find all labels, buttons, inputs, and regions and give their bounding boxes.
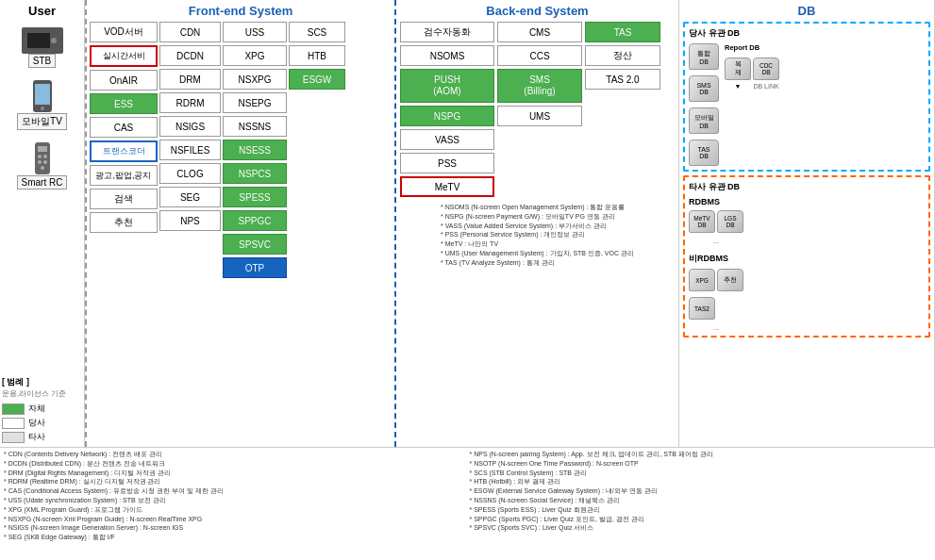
db-rdbms-more: ... <box>689 237 743 245</box>
fe-vod[interactable]: VOD서버 <box>90 22 158 42</box>
notes-col1: * CDN (Contents Delivery Network) : 컨텐츠 … <box>4 450 466 558</box>
fe-nps[interactable]: NPS <box>159 210 221 231</box>
db-backup-col: 복제 ▼ <box>725 58 751 90</box>
fe-recommend[interactable]: 추천 <box>90 212 158 233</box>
bottom-notes: * CDN (Contents Delivery Network) : 컨텐츠 … <box>0 447 935 560</box>
fe-rdrm[interactable]: RDRM <box>159 92 221 113</box>
fe-nsepg[interactable]: NSEPG <box>223 92 287 113</box>
fe-ad[interactable]: 광고,팝업,공지 <box>90 165 158 186</box>
user-section: User STB <box>0 0 85 447</box>
db-metv-cyl: MeTVDB <box>689 210 715 233</box>
stb-label: STB <box>28 54 56 68</box>
db-other-label: 타사 유관 DB <box>689 181 925 193</box>
be-pss[interactable]: PSS <box>400 153 494 173</box>
be-col2: CMS CCS SMS(Billing) UMS <box>497 22 582 197</box>
note-nsotp: * NSOTP (N-screen One Time Password) : N… <box>470 459 932 469</box>
svg-rect-4 <box>35 84 50 105</box>
db-mobile-row: 모바일DB <box>689 107 719 134</box>
be-nspg[interactable]: NSPG <box>400 106 494 126</box>
be-ums[interactable]: UMS <box>497 106 582 126</box>
fe-scs[interactable]: SCS <box>289 22 345 42</box>
fe-col1: VOD서버 실시간서비 OnAIR ESS CAS 트랜스코더 광고,팝업,공지… <box>90 22 158 278</box>
note-cas: * CAS (Conditional Access System) : 유료방송… <box>4 486 466 496</box>
be-col1: 검수자동화 NSOMS PUSH(AOM) NSPG VASS PSS MeTV <box>400 22 494 197</box>
db-cdc-cylinder: CDCDB <box>753 58 779 80</box>
note-htb: * HTB (Hotbill) : 외부 결제 관리 <box>470 477 932 486</box>
be-ccs[interactable]: CCS <box>497 45 582 66</box>
fe-spsvc[interactable]: SPSVC <box>223 234 287 255</box>
svg-point-8 <box>38 155 42 158</box>
be-tas[interactable]: TAS <box>585 22 660 42</box>
fe-realtime[interactable]: 실시간서비 <box>90 45 158 67</box>
fe-ess[interactable]: ESS <box>90 93 158 114</box>
db-nonrdbms-label: 비RDBMS <box>689 253 743 265</box>
db-nonrdbms-row2: TAS2 <box>689 297 743 320</box>
db-own-label: 당사 유관 DB <box>689 27 925 40</box>
db-sms-cylinder: SMSDB <box>689 75 719 102</box>
fe-spess[interactable]: SPESS <box>223 187 287 207</box>
fe-htb[interactable]: HTB <box>289 45 345 66</box>
be-nsoms[interactable]: NSOMS <box>400 45 494 66</box>
be-push[interactable]: PUSH(AOM) <box>400 69 494 103</box>
be-cms[interactable]: CMS <box>497 22 582 42</box>
be-settlement[interactable]: 정산 <box>585 45 660 66</box>
legend-item-2: 타사 <box>2 431 82 443</box>
fe-drm[interactable]: DRM <box>159 69 221 90</box>
fe-nsess[interactable]: NSESS <box>223 140 287 160</box>
note-sppgc: * SPPGC (Sports PGC) : Liver Quiz 포인트, 발… <box>470 515 932 524</box>
fe-nsxpg[interactable]: NSXPG <box>223 69 287 90</box>
db-own-content: 통합DB SMSDB 모바일DB TASDB <box>689 43 925 166</box>
db-rdbms-row: MeTVDB LGSDB <box>689 210 743 233</box>
note-esgw: * ESGW (External Service Gateway System)… <box>470 486 932 496</box>
backend-title: Back-end System <box>486 4 588 18</box>
fe-dcdn[interactable]: DCDN <box>159 45 221 66</box>
fe-nspcs[interactable]: NSPCS <box>223 163 287 184</box>
db-tas2-cyl: TAS2 <box>689 297 715 320</box>
svg-point-5 <box>41 107 44 110</box>
be-sms[interactable]: SMS(Billing) <box>497 69 582 103</box>
legend-subtitle: 운용,라이선스 기준 <box>2 388 82 399</box>
legend-item-1: 당사 <box>2 417 82 429</box>
report-db-title: Report DB <box>725 43 779 52</box>
fe-nssns[interactable]: NSSNS <box>223 116 287 137</box>
legend-label-0: 자체 <box>28 403 45 415</box>
fe-seg[interactable]: SEG <box>159 187 221 207</box>
svg-point-10 <box>38 160 42 164</box>
note-drm: * DRM (Digital Rights Management) : 디지털 … <box>4 469 466 478</box>
fe-col3: USS XPG NSXPG NSEPG NSSNS NSESS NSPCS SP… <box>223 22 287 278</box>
note-nsigs: * NSIGS (N-screen Image Generation Serve… <box>4 523 466 533</box>
legend-color-0 <box>2 404 25 415</box>
page-layout: User STB <box>0 0 935 560</box>
be-metv[interactable]: MeTV <box>400 176 494 197</box>
fe-cdn[interactable]: CDN <box>159 22 221 42</box>
note-seg: * SEG (SKB Edge Gateway) : 통합 I/F <box>4 533 466 542</box>
legend-label-1: 당사 <box>28 417 45 429</box>
fe-cas[interactable]: CAS <box>90 117 158 138</box>
fe-col4: SCS HTB ESGW <box>289 22 345 278</box>
be-inspection[interactable]: 검수자동화 <box>400 22 494 42</box>
db-other-left: RDBMS MeTVDB LGSDB ... 비RDBMS XPG 추천 <box>689 197 743 332</box>
db-inner: 당사 유관 DB 통합DB SMSDB 모바일DB <box>683 22 930 338</box>
fe-nsigs[interactable]: NSIGS <box>159 116 221 137</box>
note-dcdn: * DCDN (Distributed CDN) : 분산 컨텐츠 전송 네트워… <box>4 459 466 469</box>
fe-xpg[interactable]: XPG <box>223 45 287 66</box>
backend-grid: 검수자동화 NSOMS PUSH(AOM) NSPG VASS PSS MeTV… <box>400 22 675 197</box>
be-vass[interactable]: VASS <box>400 129 494 150</box>
fe-sppgc[interactable]: SPPGC <box>223 210 287 231</box>
fe-otp[interactable]: OTP <box>223 257 287 278</box>
db-tong-row: 통합DB <box>689 43 719 70</box>
be-tas2[interactable]: TAS 2.0 <box>585 69 660 90</box>
notes-col2: * NPS (N-screen pairing System) : App. 보… <box>470 450 932 558</box>
db-backup-label: ▼ <box>735 83 742 90</box>
fe-search[interactable]: 검색 <box>90 189 158 209</box>
db-xpg-cyl: XPG <box>689 269 715 291</box>
db-backup-cylinder: 복제 <box>725 58 751 80</box>
fe-esgw[interactable]: ESGW <box>289 69 345 90</box>
fe-clog[interactable]: CLOG <box>159 163 221 184</box>
note-scs: * SCS (STB Control System) : STB 관리 <box>470 469 932 478</box>
fe-nsfiles[interactable]: NSFILES <box>159 140 221 160</box>
fe-transcoder[interactable]: 트랜스코더 <box>90 140 158 162</box>
fe-uss[interactable]: USS <box>223 22 287 42</box>
note-spsvc: * SPSVC (Sports SVC) : Liver Quiz 서비스 <box>470 523 932 533</box>
fe-onair[interactable]: OnAIR <box>90 70 158 91</box>
